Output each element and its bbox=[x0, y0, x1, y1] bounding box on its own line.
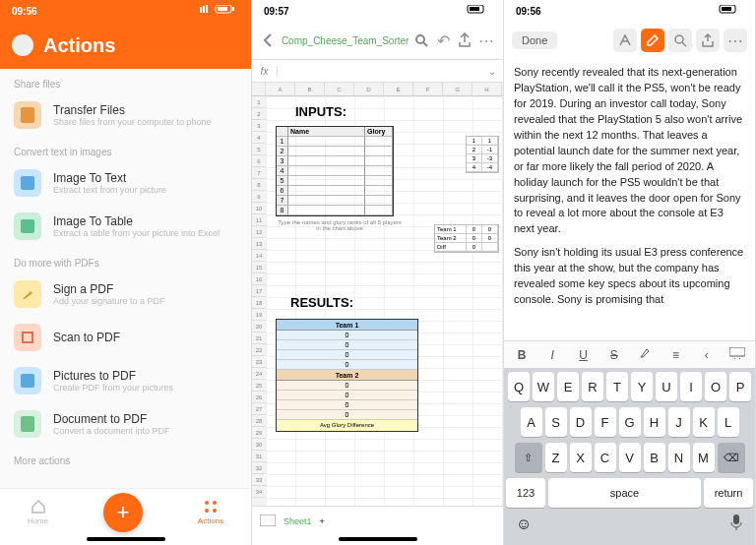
mini-table-1[interactable]: 112-13-34-4 bbox=[466, 136, 499, 173]
key-C[interactable]: C bbox=[595, 443, 616, 472]
tab-actions[interactable]: Actions bbox=[198, 499, 223, 525]
sheet-tabs: Sheet1 + bbox=[252, 506, 503, 535]
key-D[interactable]: D bbox=[570, 407, 592, 437]
svg-point-13 bbox=[213, 501, 217, 505]
image-to-text-item[interactable]: Image To TextExtract text from your pict… bbox=[0, 161, 251, 205]
inputs-table[interactable]: NameGlory 12345678 bbox=[276, 126, 394, 216]
row-headers: 1234567891011121314151617181920212223242… bbox=[252, 96, 266, 506]
underline-button[interactable]: U bbox=[572, 348, 596, 362]
key-W[interactable]: W bbox=[533, 372, 554, 401]
emoji-icon[interactable]: ☺ bbox=[516, 515, 532, 533]
key-I[interactable]: I bbox=[680, 372, 702, 401]
inputs-heading: INPUTS: bbox=[295, 104, 346, 119]
more-icon[interactable]: ⋯ bbox=[724, 29, 747, 52]
filename[interactable]: Comp_Cheese_Team_Sorter bbox=[282, 35, 410, 46]
bullet-list-icon[interactable]: ≡ bbox=[663, 348, 687, 362]
keyboard-hide-icon[interactable] bbox=[725, 347, 749, 362]
grid-icon bbox=[203, 499, 219, 515]
bold-button[interactable]: B bbox=[510, 348, 534, 362]
scan-to-pdf-item[interactable]: Scan to PDF bbox=[0, 316, 251, 359]
share-icon[interactable] bbox=[456, 30, 473, 51]
fx-label: fx bbox=[252, 66, 278, 77]
strike-button[interactable]: S bbox=[602, 348, 626, 362]
avatar[interactable] bbox=[12, 34, 33, 56]
key-N[interactable]: N bbox=[668, 443, 690, 472]
key-B[interactable]: B bbox=[644, 443, 665, 472]
sheet-grid[interactable]: ABCDEFGH 1234567891011121314151617181920… bbox=[252, 83, 503, 506]
key-M[interactable]: M bbox=[693, 443, 715, 472]
svg-point-18 bbox=[416, 35, 424, 43]
mini-table-2[interactable]: Team 100Team 200Diff0 bbox=[434, 224, 499, 253]
svg-rect-0 bbox=[200, 7, 202, 13]
document-to-pdf-item[interactable]: Document to PDFConvert a document into P… bbox=[0, 402, 251, 446]
svg-line-24 bbox=[682, 42, 686, 46]
key-return[interactable]: return bbox=[704, 478, 753, 508]
highlight-icon[interactable] bbox=[633, 346, 657, 363]
key-L[interactable]: L bbox=[718, 407, 739, 437]
document-body[interactable]: Sony recently revealed that its next-gen… bbox=[504, 59, 755, 340]
share-icon[interactable] bbox=[696, 29, 720, 52]
tab-home[interactable]: Home bbox=[28, 499, 48, 525]
key-space[interactable]: space bbox=[548, 478, 701, 508]
home-icon bbox=[31, 499, 46, 515]
fab-add[interactable]: + bbox=[103, 493, 143, 532]
undo-icon[interactable]: ↶ bbox=[434, 30, 452, 51]
status-icons bbox=[200, 5, 239, 17]
tip-text: Type the names and glory ranks of all 8 … bbox=[276, 219, 404, 231]
key-E[interactable]: E bbox=[557, 372, 579, 401]
key-R[interactable]: R bbox=[582, 372, 603, 401]
edit-icon[interactable] bbox=[641, 29, 664, 52]
sheet-tab[interactable]: Sheet1 bbox=[284, 516, 312, 526]
key-K[interactable]: K bbox=[693, 407, 715, 437]
key-P[interactable]: P bbox=[729, 372, 751, 401]
svg-rect-2 bbox=[206, 5, 208, 13]
key-H[interactable]: H bbox=[644, 407, 665, 437]
svg-rect-1 bbox=[203, 6, 205, 13]
svg-point-12 bbox=[205, 501, 209, 505]
pictures-to-pdf-item[interactable]: Pictures to PDFCreate PDF from your pict… bbox=[0, 359, 251, 402]
key-Y[interactable]: Y bbox=[631, 372, 653, 401]
transfer-files-item[interactable]: Transfer FilesShare files from your comp… bbox=[0, 93, 251, 137]
back-button[interactable] bbox=[260, 30, 278, 51]
key-T[interactable]: T bbox=[606, 372, 628, 401]
paragraph[interactable]: Sony isn't holding its usual E3 press co… bbox=[514, 245, 745, 308]
keyboard: QWERTYUIOP ASDFGHJKL ⇧ZXCVBNM⌫ 123 space… bbox=[504, 368, 755, 545]
home-indicator[interactable] bbox=[87, 537, 165, 541]
style-icon[interactable] bbox=[613, 29, 637, 52]
key-F[interactable]: F bbox=[595, 407, 616, 437]
search-icon[interactable] bbox=[668, 29, 692, 52]
key-U[interactable]: U bbox=[656, 372, 677, 401]
chevron-left-icon[interactable]: ‹ bbox=[695, 348, 719, 362]
view-icon[interactable] bbox=[260, 515, 276, 528]
key-Q[interactable]: Q bbox=[508, 372, 530, 401]
svg-rect-8 bbox=[21, 219, 34, 233]
home-indicator[interactable] bbox=[339, 537, 417, 541]
paragraph[interactable]: Sony recently revealed that its next-gen… bbox=[514, 65, 745, 237]
key-123[interactable]: 123 bbox=[506, 478, 545, 508]
key-V[interactable]: V bbox=[619, 443, 641, 472]
key-A[interactable]: A bbox=[521, 407, 542, 437]
section-label: More actions bbox=[0, 446, 251, 470]
results-table[interactable]: Team 1 0000 Team 2 0000 Avg Glory Differ… bbox=[276, 319, 418, 432]
key-G[interactable]: G bbox=[619, 407, 641, 437]
sign-pdf-item[interactable]: Sign a PDFAdd your signature to a PDF bbox=[0, 272, 251, 316]
expand-formula-icon[interactable]: ⌄ bbox=[481, 66, 503, 77]
done-button[interactable]: Done bbox=[512, 31, 557, 49]
status-bar: 09:56 bbox=[0, 0, 251, 22]
key-S[interactable]: S bbox=[545, 407, 567, 437]
key-X[interactable]: X bbox=[570, 443, 592, 472]
key-shift[interactable]: ⇧ bbox=[515, 443, 542, 472]
search-icon[interactable] bbox=[412, 30, 430, 51]
italic-button[interactable]: I bbox=[540, 348, 564, 362]
formula-input[interactable] bbox=[278, 66, 481, 77]
key-J[interactable]: J bbox=[668, 407, 690, 437]
key-backspace[interactable]: ⌫ bbox=[718, 443, 745, 472]
key-O[interactable]: O bbox=[705, 372, 726, 401]
more-icon[interactable]: ⋯ bbox=[477, 30, 495, 51]
mic-icon[interactable] bbox=[729, 514, 743, 535]
status-bar: 09:56 bbox=[504, 0, 755, 22]
key-Z[interactable]: Z bbox=[545, 443, 567, 472]
image-to-table-item[interactable]: Image To TableExtract a table from your … bbox=[0, 205, 251, 248]
svg-rect-6 bbox=[21, 107, 34, 123]
add-sheet-button[interactable]: + bbox=[320, 516, 325, 526]
